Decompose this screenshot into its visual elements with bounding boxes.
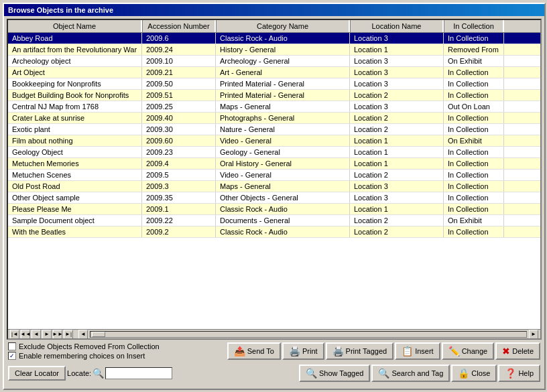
table-cell: Removed From [444,44,504,55]
insert-icon: 📋 [402,346,413,356]
insert-button[interactable]: 📋 Insert [395,342,440,360]
col-header-accession[interactable]: Accession Number [142,20,216,32]
table-row[interactable]: Art Object2009.21Art - GeneralLocation 3… [8,67,540,78]
send-to-label: Send To [247,347,274,355]
table-cell: Location 1 [350,135,444,146]
table-cell: 2009.40 [142,113,216,123]
table-row[interactable]: Metuchen Scenes2009.5Video - GeneralLoca… [8,170,540,181]
table-cell: Classic Rock - Audio [216,226,350,237]
table-cell: In Collection [444,90,504,101]
table-cell: Oral History - General [216,158,350,169]
hscroll-track[interactable] [90,331,527,338]
table-cell: 2009.21 [142,67,216,78]
table-cell: Location 3 [350,101,444,112]
exclude-checkbox[interactable] [8,342,16,350]
table-cell: On Exhibit [444,56,504,66]
table-row[interactable]: Budget Building Book for Nonprofits2009.… [8,90,540,101]
scroll-right-btn[interactable]: ► [529,330,538,339]
table-row[interactable]: With the Beatles2009.2Classic Rock - Aud… [8,226,540,238]
print-icon: 🖨️ [289,346,300,356]
table-cell: Location 2 [350,90,444,101]
nav-prev-btn[interactable]: ◄ [32,330,41,339]
change-button[interactable]: ✏️ Change [442,342,495,360]
table-cell: Location 3 [350,56,444,66]
clear-locator-label: Clear Locator [15,369,59,377]
locator-input[interactable] [105,367,172,379]
table-row[interactable]: Please Please Me2009.1Classic Rock - Aud… [8,204,540,215]
table-cell: Location 1 [350,44,444,55]
table-row[interactable]: Sample Document object2009.22Documents -… [8,215,540,226]
search-and-tag-button[interactable]: 🔍 Search and Tag [371,365,450,382]
table-cell: Crater Lake at sunrise [8,113,142,123]
search-tag-label: Search and Tag [391,369,443,377]
clear-locator-button[interactable]: Clear Locator [8,366,66,381]
table-cell: 2009.51 [142,90,216,101]
table-cell: Printed Material - General [216,90,350,101]
main-window: Browse Objects in the archive Object Nam… [3,3,546,390]
table-cell: Out On Loan [444,101,504,112]
table-header: Object Name Accession Number Category Na… [8,20,540,33]
col-header-category[interactable]: Category Name [216,20,350,32]
help-label: Help [518,369,534,377]
nav-last-btn[interactable]: ►| [64,330,73,339]
table-row[interactable]: Abbey Road2009.6Classic Rock - AudioLoca… [8,33,540,44]
table-row[interactable]: Exotic plant2009.30Nature - GeneralLocat… [8,124,540,135]
help-button[interactable]: ❓ Help [498,365,540,382]
table-cell: 2009.10 [142,56,216,66]
table-cell: In Collection [444,124,504,135]
locate-label: Locate: [67,369,91,377]
table-row[interactable]: Other Object sample2009.35Other Objects … [8,192,540,204]
scroll-left-btn[interactable]: ◄ [78,330,88,339]
col-header-status[interactable]: In Collection [444,20,504,32]
table-cell: Location 3 [350,78,444,89]
print-tagged-button[interactable]: 🖨️ Print Tagged [326,342,394,360]
table-cell: Other Objects - General [216,192,350,203]
table-cell: 2009.6 [142,33,216,44]
table-row[interactable]: Film about nothing2009.60Video - General… [8,135,540,147]
nav-next-btn[interactable]: ► [42,330,52,339]
table-cell: In Collection [444,33,504,44]
table-cell: Location 1 [350,158,444,169]
table-cell: In Collection [444,113,504,123]
table-cell: Location 2 [350,170,444,180]
table-cell: 2009.22 [142,215,216,226]
table-cell: Classic Rock - Audio [216,33,350,44]
bottom-toolbar: Clear Locator Locate: 🔍 🔍 Show Tagged 🔍 … [8,365,540,382]
close-icon: 🔒 [458,368,469,379]
close-button[interactable]: 🔒 Close [451,365,497,382]
table-cell: Film about nothing [8,135,142,146]
table-row[interactable]: Central NJ Map from 17682009.25Maps - Ge… [8,101,540,113]
table-row[interactable]: Bookkeeping for Nonprofits2009.50Printed… [8,78,540,90]
table-cell: Documents - General [216,215,350,226]
insert-label: Insert [415,347,434,355]
nav-first-btn[interactable]: |◄ [10,330,19,339]
print-label: Print [302,347,318,355]
print-button[interactable]: 🖨️ Print [282,342,324,360]
table-row[interactable]: Geology Object2009.23Geology - GeneralLo… [8,147,540,158]
change-label: Change [462,347,488,355]
show-tagged-button[interactable]: 🔍 Show Tagged [299,365,370,382]
delete-button[interactable]: ✖ Delete [495,342,540,360]
hscroll-thumb[interactable] [92,332,105,337]
table-cell: Maps - General [216,181,350,192]
data-table: Object Name Accession Number Category Na… [7,19,542,340]
table-row[interactable]: Metuchen Memories2009.4Oral History - Ge… [8,158,540,170]
table-row[interactable]: Archeology object2009.10Archeology - Gen… [8,56,540,67]
nav-prev-page-btn[interactable]: ◄◄ [21,330,30,339]
table-cell: In Collection [444,181,504,192]
table-row[interactable]: Old Post Road2009.3Maps - GeneralLocatio… [8,181,540,192]
col-header-location[interactable]: Location Name [350,20,444,32]
main-toolbar: 📤 Send To 🖨️ Print 🖨️ Print Tagged 📋 Ins… [227,342,540,360]
col-header-name[interactable]: Object Name [8,20,142,32]
remember-checkbox[interactable] [8,352,16,360]
print-tagged-icon: 🖨️ [332,346,344,356]
print-tagged-label: Print Tagged [346,347,387,355]
nav-next-page-btn[interactable]: ►► [53,330,62,339]
table-body[interactable]: Abbey Road2009.6Classic Rock - AudioLoca… [8,33,540,329]
table-row[interactable]: Crater Lake at sunrise2009.40Photographs… [8,113,540,124]
table-cell: Geology - General [216,147,350,157]
send-to-button[interactable]: 📤 Send To [227,342,281,360]
table-cell: In Collection [444,158,504,169]
table-row[interactable]: An artifact from the Revolutionary War20… [8,44,540,56]
locator-search-icon: 🔍 [93,368,104,379]
